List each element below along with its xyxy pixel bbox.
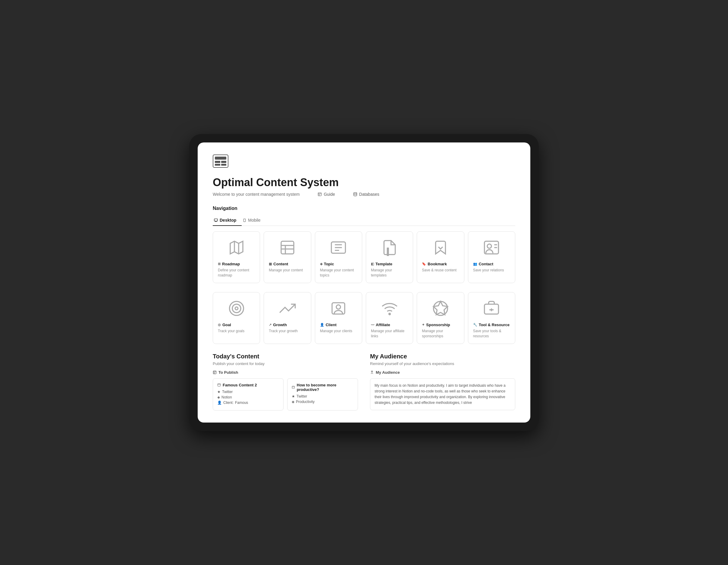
nav-card-content[interactable]: ▦ Content Manage your content: [264, 231, 311, 283]
goal-icon-small: ◎: [218, 323, 221, 327]
todays-content-title: Today's Content: [213, 353, 358, 360]
bottom-sections: Today's Content Publish your content for…: [213, 353, 515, 410]
page-subtitle: Welcome to your content management syste…: [213, 192, 300, 197]
content-label-row: ▦ Content: [269, 262, 306, 266]
client-card-icon-area: [320, 298, 357, 319]
affiliate-label-row: 〰 Affiliate: [371, 322, 408, 327]
tag-icon-sm-1: ◈: [292, 400, 294, 404]
sponsorship-label: Sponsorship: [426, 322, 450, 327]
tool-label-row: 🔧 Tool & Resource: [473, 322, 510, 327]
to-publish-icon: [213, 370, 217, 374]
navigation-title: Navigation: [213, 206, 515, 211]
topic-label: Topic: [324, 262, 334, 266]
roadmap-label-row: ⊞ Roadmap: [218, 262, 255, 266]
nav-card-growth[interactable]: ↗ Growth Track your growth: [264, 292, 311, 344]
nav-grid-row2: ◎ Goal Track your goals ↗ Growth: [213, 292, 515, 344]
nav-card-goal[interactable]: ◎ Goal Track your goals: [213, 292, 260, 344]
guide-link[interactable]: Guide: [318, 192, 335, 197]
tool-label: Tool & Resource: [479, 322, 510, 327]
content-cards: Famous Content 2 ★ Twitter ◈ Notion 👤: [213, 378, 358, 410]
svg-point-3: [354, 193, 357, 194]
tag-icon: [330, 239, 347, 256]
contact-label-row: 👥 Contact: [473, 262, 510, 266]
svg-rect-39: [292, 386, 294, 388]
nav-card-topic[interactable]: ◈ Topic Manage your content topics: [315, 231, 362, 283]
client-desc: Manage your clients: [320, 328, 357, 334]
nav-card-tool[interactable]: 🔧 Tool & Resource Save your tools & reso…: [468, 292, 515, 344]
svg-marker-7: [230, 241, 243, 254]
svg-rect-10: [281, 241, 294, 254]
content-icon-small: ▦: [269, 262, 272, 266]
contact-desc: Save your relations: [473, 268, 510, 273]
tab-row: Desktop Mobile: [213, 215, 515, 226]
growth-card-icon-area: [269, 298, 306, 319]
to-publish-label: To Publish: [213, 370, 358, 375]
content-card-0-topic: ◈ Notion: [217, 395, 279, 399]
topic-card-icon-area: [320, 237, 357, 258]
star-icon-sm: ★: [217, 390, 221, 394]
topic-label-row: ◈ Topic: [320, 262, 357, 266]
sponsorship-card-icon-area: [422, 298, 459, 319]
content-card-0[interactable]: Famous Content 2 ★ Twitter ◈ Notion 👤: [213, 378, 284, 410]
client-icon: [330, 300, 347, 317]
device-frame: Optimal Content System Welcome to your c…: [189, 134, 539, 431]
bookmark-label-row: 🔖 Bookmark: [422, 262, 459, 266]
navigation-section: Navigation Desktop Mobile: [213, 206, 515, 344]
tool-card-icon-area: [473, 298, 510, 319]
my-audience-sub-text: My Audience: [376, 370, 400, 375]
tab-desktop[interactable]: Desktop: [213, 215, 242, 226]
bookmark-icon-small: 🔖: [422, 262, 426, 266]
contact-icon-small: 👥: [473, 262, 477, 266]
my-audience-title: My Audience: [370, 353, 515, 360]
nav-card-bookmark[interactable]: 🔖 Bookmark Save & reuse content: [417, 231, 464, 283]
nav-card-affiliate[interactable]: 〰 Affiliate Manage your affiliate links: [366, 292, 413, 344]
svg-point-24: [232, 304, 241, 312]
content-card-0-label: Famous Content 2: [223, 383, 257, 387]
audience-text-box: My main focus is on Notion and productiv…: [370, 378, 515, 410]
template-icon-small: ◧: [371, 262, 374, 266]
growth-desc: Track your growth: [269, 328, 306, 334]
databases-link[interactable]: Databases: [353, 192, 379, 197]
my-audience-sub-label: My Audience: [370, 370, 515, 375]
databases-label: Databases: [359, 192, 379, 197]
person-icon-sm: 👤: [217, 400, 222, 405]
todays-content-section: Today's Content Publish your content for…: [213, 353, 358, 410]
roadmap-desc: Define your content roadmap: [218, 268, 255, 278]
my-audience-subtitle: Remind yourself of your audience's expec…: [370, 361, 515, 366]
page-subtitle-row: Welcome to your content management syste…: [213, 192, 515, 197]
growth-label: Growth: [273, 322, 287, 327]
contact-label: Contact: [479, 262, 493, 266]
nav-card-client[interactable]: 👤 Client Manage your clients: [315, 292, 362, 344]
svg-rect-37: [218, 384, 221, 386]
svg-rect-18: [387, 248, 389, 256]
roadmap-icon-small: ⊞: [218, 262, 221, 266]
topic-desc: Manage your content topics: [320, 268, 357, 278]
content-desc: Manage your content: [269, 268, 306, 273]
template-label-row: ◧ Template: [371, 262, 408, 266]
content-card-1-platform: ★ Twitter: [292, 394, 353, 398]
contact-icon: [483, 239, 500, 256]
sponsorship-desc: Manage your sponsorships: [422, 328, 459, 339]
sponsorship-label-row: ✦ Sponsorship: [422, 322, 459, 327]
client-label-row: 👤 Client: [320, 322, 357, 327]
contact-card-icon-area: [473, 237, 510, 258]
nav-card-contact[interactable]: 👥 Contact Save your relations: [468, 231, 515, 283]
nav-card-sponsorship[interactable]: ✦ Sponsorship Manage your sponsorships: [417, 292, 464, 344]
content-card-1[interactable]: How to become more productive? ★ Twitter…: [287, 378, 358, 410]
bookmark-label: Bookmark: [428, 262, 447, 266]
content-card-0-client: 👤 Client: Famous: [217, 400, 279, 405]
to-publish-text: To Publish: [218, 370, 238, 375]
affiliate-icon-small: 〰: [371, 323, 374, 327]
svg-point-20: [487, 244, 491, 249]
nav-card-template[interactable]: ◧ Template Manage your templates: [366, 231, 413, 283]
star-icon-sm-1: ★: [292, 394, 295, 398]
svg-point-25: [235, 307, 238, 309]
nav-card-roadmap[interactable]: ⊞ Roadmap Define your content roadmap: [213, 231, 260, 283]
growth-icon-small: ↗: [269, 323, 271, 327]
roadmap-label: Roadmap: [222, 262, 240, 266]
tab-mobile[interactable]: Mobile: [242, 215, 266, 226]
desktop-icon: [214, 218, 218, 222]
tool-icon: [483, 300, 500, 317]
map-icon: [228, 239, 245, 256]
bookmark-desc: Save & reuse content: [422, 268, 459, 273]
